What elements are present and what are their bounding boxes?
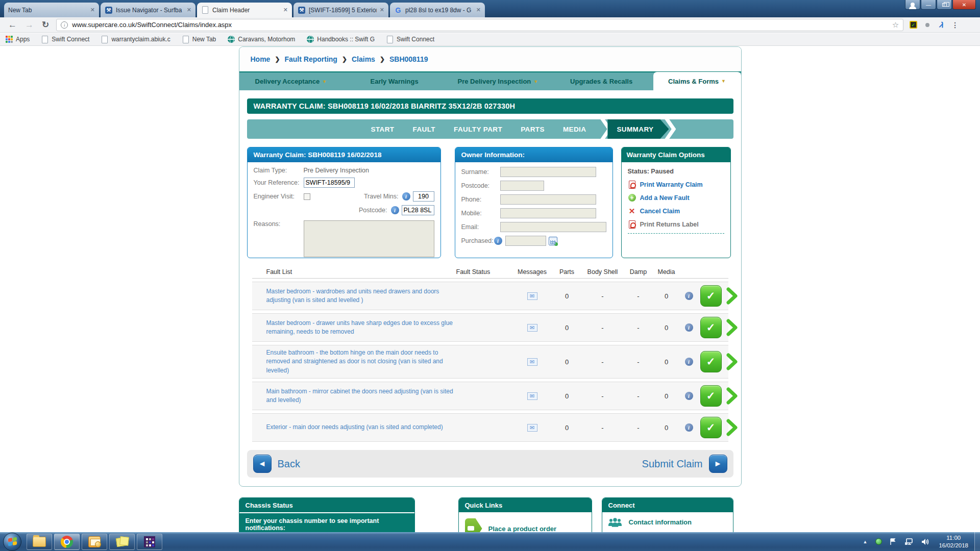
- browser-tab-newtab[interactable]: New Tab ✕: [4, 3, 99, 17]
- tab-close-icon[interactable]: ✕: [380, 7, 384, 13]
- step-media[interactable]: MEDIA: [563, 126, 586, 133]
- info-icon[interactable]: i: [685, 358, 693, 366]
- envelope-icon[interactable]: ✉: [527, 324, 537, 332]
- step-summary-active[interactable]: SUMMARY: [607, 119, 669, 139]
- bookmark-handbooks[interactable]: Handbooks :: Swift G: [306, 35, 375, 43]
- taskbar-sticky-notes-button[interactable]: [109, 534, 135, 550]
- messages-cell[interactable]: ✉: [512, 392, 552, 400]
- print-returns-label-link[interactable]: Print Returns Label: [628, 220, 724, 229]
- tab-close-icon[interactable]: ✕: [187, 7, 191, 13]
- contact-information-link[interactable]: Contact information: [629, 518, 692, 526]
- action-center-flag-icon[interactable]: [889, 538, 897, 546]
- fault-link[interactable]: Ensuite bathroom - the bottom hinge on t…: [252, 348, 456, 375]
- network-icon[interactable]: [904, 538, 914, 546]
- travel-postcode-input[interactable]: [402, 205, 434, 215]
- close-button[interactable]: ✕: [952, 0, 976, 10]
- info-icon[interactable]: i: [685, 292, 693, 300]
- nav-tab-delivery-acceptance[interactable]: Delivery Acceptance ▼: [239, 72, 343, 90]
- your-reference-input[interactable]: [304, 178, 355, 188]
- add-new-fault-link[interactable]: + Add a New Fault: [628, 193, 724, 202]
- messages-cell[interactable]: ✉: [512, 323, 552, 332]
- address-bar[interactable]: i www.supercare.co.uk/SwiftConnect/Claim…: [56, 19, 903, 31]
- breadcrumb-claims[interactable]: Claims: [352, 55, 375, 63]
- fault-link[interactable]: Main bathroom - mirror cabinet the doors…: [252, 387, 456, 405]
- nav-tab-early-warnings[interactable]: Early Warnings: [342, 72, 446, 90]
- open-fault-chevron[interactable]: [724, 287, 741, 305]
- tray-expand-icon[interactable]: ▲: [863, 539, 868, 544]
- open-fault-chevron[interactable]: [724, 319, 741, 336]
- apps-shortcut[interactable]: Apps: [5, 35, 30, 43]
- step-start[interactable]: START: [371, 126, 395, 133]
- site-info-icon[interactable]: i: [61, 21, 68, 29]
- browser-tab-issue-navigator[interactable]: ⚒ Issue Navigator - Surfba ✕: [101, 3, 195, 17]
- complete-check-button[interactable]: ✓: [700, 351, 722, 372]
- submit-claim-button[interactable]: Submit Claim ►: [636, 455, 727, 473]
- browser-tab-claim-header[interactable]: Claim Header ✕: [197, 3, 292, 17]
- breadcrumb-home[interactable]: Home: [251, 55, 271, 63]
- tab-close-icon[interactable]: ✕: [476, 7, 481, 13]
- taskbar-chrome-button[interactable]: [54, 534, 80, 550]
- restore-button[interactable]: [937, 0, 952, 10]
- volume-icon[interactable]: [921, 538, 930, 546]
- info-icon[interactable]: i: [685, 323, 693, 332]
- nav-tab-claims-forms[interactable]: Claims & Forms ▼: [653, 72, 741, 90]
- submit-arrow-icon[interactable]: ►: [709, 455, 727, 473]
- messages-cell[interactable]: ✉: [512, 358, 552, 366]
- open-fault-chevron[interactable]: [724, 353, 741, 370]
- place-product-order-link[interactable]: Place a product order: [488, 525, 557, 533]
- info-icon[interactable]: i: [685, 392, 693, 400]
- envelope-icon[interactable]: ✉: [527, 392, 537, 400]
- open-fault-chevron[interactable]: [724, 387, 741, 405]
- step-parts[interactable]: PARTS: [521, 126, 545, 133]
- browser-tab-google-search[interactable]: G pl28 8sl to ex19 8dw - G ✕: [390, 3, 485, 17]
- reasons-textarea[interactable]: [304, 220, 434, 257]
- nav-tab-pre-delivery-inspection[interactable]: Pre Delivery Inspection ▼: [446, 72, 550, 90]
- profile-button[interactable]: [905, 0, 920, 10]
- taskbar-explorer-button[interactable]: [27, 534, 52, 550]
- bookmark-swift-connect-2[interactable]: Swift Connect: [386, 35, 434, 43]
- complete-check-button[interactable]: ✓: [700, 417, 722, 438]
- messages-cell[interactable]: ✉: [512, 292, 552, 300]
- fault-link[interactable]: Master bedroom - drawer units have sharp…: [252, 319, 456, 337]
- step-fault[interactable]: FAULT: [413, 126, 436, 133]
- travel-mins-input[interactable]: [413, 191, 434, 202]
- tab-close-icon[interactable]: ✕: [90, 7, 95, 13]
- step-faulty-part[interactable]: FAULTY PART: [454, 126, 502, 133]
- back-nav-icon[interactable]: ←: [8, 20, 17, 30]
- open-fault-chevron[interactable]: [724, 419, 741, 436]
- taskbar-clock[interactable]: 11:00 16/02/2018: [939, 534, 968, 549]
- bookmark-warrantyclaim[interactable]: warrantyclaim.abiuk.c: [101, 35, 170, 43]
- breadcrumb-fault-reporting[interactable]: Fault Reporting: [284, 55, 337, 63]
- show-desktop-button[interactable]: [974, 532, 980, 551]
- capture-extension-icon[interactable]: λ: [937, 20, 946, 30]
- status-green-icon[interactable]: [875, 538, 882, 545]
- complete-check-button[interactable]: ✓: [700, 285, 722, 307]
- engineer-visit-checkbox[interactable]: [304, 193, 310, 200]
- complete-check-button[interactable]: ✓: [700, 385, 722, 407]
- fault-link[interactable]: Master bedroom - wardrobes and units nee…: [252, 287, 456, 305]
- forward-nav-icon[interactable]: →: [25, 20, 34, 30]
- bookmark-swift-connect[interactable]: Swift Connect: [41, 35, 89, 43]
- url-text[interactable]: www.supercare.co.uk/SwiftConnect/Claims/…: [72, 21, 889, 29]
- print-warranty-claim-link[interactable]: Print Warranty Claim: [628, 180, 724, 189]
- bookmark-new-tab[interactable]: New Tab: [182, 35, 216, 43]
- minimize-button[interactable]: —: [921, 0, 936, 10]
- adblock-extension-icon[interactable]: [923, 20, 932, 30]
- envelope-icon[interactable]: ✉: [527, 292, 537, 300]
- nav-tab-upgrades-recalls[interactable]: Upgrades & Recalls: [550, 72, 653, 90]
- back-button[interactable]: ◄ Back: [253, 455, 306, 473]
- info-icon[interactable]: i: [685, 423, 693, 432]
- taskbar-app-button[interactable]: [137, 534, 162, 550]
- envelope-icon[interactable]: ✉: [527, 424, 537, 432]
- reload-icon[interactable]: ↻: [42, 19, 49, 30]
- browser-tab-swift-18599[interactable]: ⚒ [SWIFT-18599] 5 Exterior ✕: [293, 3, 388, 17]
- breadcrumb-claim-number[interactable]: SBH008119: [389, 55, 428, 63]
- back-arrow-icon[interactable]: ◄: [253, 455, 272, 473]
- complete-check-button[interactable]: ✓: [700, 317, 722, 338]
- calendar-icon[interactable]: [549, 237, 557, 245]
- fault-link[interactable]: Exterior - main door needs adjusting (va…: [252, 423, 456, 432]
- info-icon[interactable]: i: [494, 237, 502, 245]
- info-icon[interactable]: i: [402, 192, 410, 201]
- start-button[interactable]: [3, 533, 21, 551]
- shield-extension-icon[interactable]: ✓: [909, 20, 918, 30]
